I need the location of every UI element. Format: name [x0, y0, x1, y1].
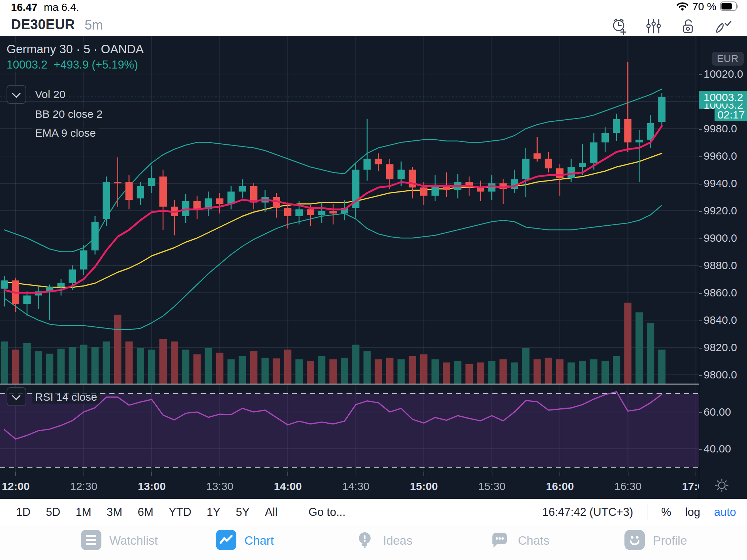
price-axis[interactable]: EUR 10020.09980.09960.09940.09920.09900.… — [699, 36, 747, 472]
price-axis-label: 9880.0 — [704, 259, 737, 272]
theme-brightness-icon[interactable] — [714, 477, 730, 495]
time-axis-label: 14:00 — [274, 480, 302, 493]
rsi-band — [0, 394, 699, 467]
bottom-toolbar: 1D5D1M3M6MYTD1Y5YAllGo to... 16:47:42 (U… — [0, 499, 747, 526]
nav-label: Ideas — [383, 534, 413, 548]
current-price-label-clipped: 10003.2 — [699, 104, 747, 109]
trading-app: 16.47 ma 6.4. 70 % DE30EUR 5m — [0, 0, 747, 560]
chevron-down-icon — [12, 391, 20, 400]
price-axis-label: 9980.0 — [704, 122, 737, 135]
battery-percent: 70 % — [692, 1, 716, 13]
price-axis-label: 9800.0 — [704, 369, 737, 381]
goto-button[interactable]: Go to... — [309, 506, 346, 519]
range-button-1d[interactable]: 1D — [16, 506, 31, 519]
nav-label: Chart — [244, 534, 274, 548]
status-time: 16.47 — [11, 1, 38, 13]
time-axis-label: 16:00 — [546, 480, 574, 493]
indicator-settings-icon[interactable] — [645, 18, 662, 35]
time-axis-tick — [628, 472, 628, 476]
lock-open-icon[interactable] — [679, 18, 697, 35]
range-button-1m[interactable]: 1M — [76, 506, 91, 519]
time-axis-tick — [423, 472, 424, 476]
time-axis-label: 15:00 — [410, 480, 438, 493]
rsi-axis-label: 60.00 — [704, 406, 731, 418]
current-price-label: 10003.2 — [699, 91, 747, 104]
nav-item-watchlist[interactable]: Watchlist — [81, 530, 158, 552]
range-button-all[interactable]: All — [265, 506, 277, 519]
alarm-add-icon[interactable] — [611, 18, 628, 35]
nav-item-chats[interactable]: Chats — [489, 530, 549, 552]
log-scale-button[interactable]: log — [685, 506, 700, 519]
time-axis-label: 17:00 — [682, 480, 699, 493]
time-axis-tick — [287, 472, 288, 476]
legend-ema[interactable]: EMA 9 close — [32, 127, 99, 139]
app-header: DE30EUR 5m — [0, 15, 747, 36]
chart-canvas[interactable] — [0, 36, 699, 472]
price-axis-label: 9920.0 — [704, 205, 737, 217]
range-button-1y[interactable]: 1Y — [207, 506, 221, 519]
legend-last-price: 10003.2 — [7, 58, 47, 71]
price-axis-label: 9860.0 — [704, 287, 737, 299]
legend-bb[interactable]: BB 20 close 2 — [32, 108, 105, 120]
wifi-icon — [676, 1, 689, 12]
range-button-3m[interactable]: 3M — [107, 506, 122, 519]
time-axis-label: 16:30 — [614, 480, 642, 493]
nav-label: Profile — [653, 534, 687, 548]
auto-scale-button[interactable]: auto — [714, 506, 736, 519]
bottom-nav: WatchlistChartIdeasChatsProfile — [0, 525, 747, 560]
range-button-5y[interactable]: 5Y — [236, 506, 249, 519]
nav-label: Chats — [518, 534, 549, 548]
time-axis-label: 14:30 — [342, 480, 369, 493]
toolbar-divider — [647, 504, 647, 520]
battery-icon — [720, 1, 739, 12]
range-button-6m[interactable]: 6M — [138, 506, 153, 519]
time-axis-label: 13:00 — [138, 480, 166, 493]
range-button-ytd[interactable]: YTD — [169, 506, 191, 519]
nav-item-profile[interactable]: Profile — [624, 530, 687, 552]
price-axis-label: 9960.0 — [704, 150, 737, 162]
legend-change: +493.9 (+5.19%) — [54, 58, 138, 71]
bar-countdown-label: 02:17 — [715, 109, 747, 121]
range-button-5d[interactable]: 5D — [46, 506, 61, 519]
time-axis-label: 13:30 — [206, 480, 233, 493]
watchlist-icon — [81, 530, 101, 552]
symbol-title[interactable]: DE30EUR — [11, 17, 75, 32]
time-axis-tick — [696, 472, 696, 476]
time-axis-tick — [151, 472, 152, 476]
status-bar: 16.47 ma 6.4. 70 % — [0, 0, 747, 15]
ideas-icon — [355, 530, 375, 552]
price-axis-label: 9900.0 — [704, 232, 737, 244]
percent-scale-button[interactable]: % — [661, 506, 671, 519]
price-axis-label: 10020.0 — [704, 68, 743, 80]
legend-rsi[interactable]: RSI 14 close — [32, 391, 100, 403]
collapse-rsi-button[interactable] — [7, 387, 26, 406]
legend-title[interactable]: Germany 30 · 5 · OANDA — [4, 42, 147, 56]
clock-label[interactable]: 16:47:42 (UTC+3) — [542, 506, 633, 519]
time-axis-tick — [84, 472, 84, 476]
chart-region: Germany 30 · 5 · OANDA 10003.2 +493.9 (+… — [0, 36, 747, 472]
collapse-indicators-button[interactable] — [7, 85, 26, 104]
interval-selector[interactable]: 5m — [85, 18, 103, 33]
candles — [1, 62, 666, 320]
chevron-down-icon — [12, 89, 20, 98]
legend-price-change: 10003.2 +493.9 (+5.19%) — [4, 58, 141, 71]
toolbar-divider — [293, 504, 293, 520]
time-axis[interactable]: 12:0012:3013:0013:3014:0014:3015:0015:30… — [0, 472, 747, 499]
time-axis-tick — [15, 472, 16, 476]
volume-bars — [1, 303, 666, 384]
price-axis-label: 9820.0 — [704, 341, 737, 354]
legend-volume[interactable]: Vol 20 — [32, 88, 68, 101]
time-axis-label: 12:00 — [2, 480, 30, 493]
currency-badge[interactable]: EUR — [712, 52, 744, 66]
time-axis-tick — [220, 472, 220, 476]
chats-icon — [489, 530, 510, 552]
nav-item-ideas[interactable]: Ideas — [355, 530, 413, 552]
rsi-axis-label: 40.00 — [704, 443, 731, 455]
pane-separator[interactable] — [0, 384, 747, 385]
draw-check-icon[interactable] — [713, 18, 732, 35]
nav-item-chart[interactable]: Chart — [216, 530, 274, 552]
time-axis-tick — [560, 472, 560, 476]
status-date: ma 6.4. — [44, 1, 79, 13]
time-axis-label: 15:30 — [478, 480, 506, 493]
profile-icon — [624, 530, 645, 552]
